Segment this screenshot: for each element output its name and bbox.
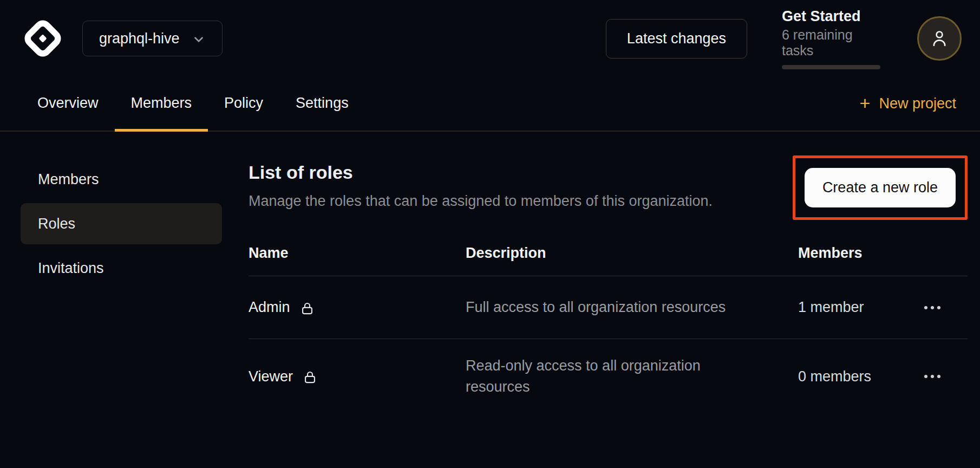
role-members-count: 1 member — [798, 299, 922, 316]
role-name-cell: Viewer — [249, 368, 466, 385]
get-started-title: Get Started — [782, 8, 883, 25]
members-sidebar: Members Roles Invitations — [21, 159, 222, 414]
annotation-highlight-box: Create a new role — [793, 155, 968, 220]
lock-icon — [300, 301, 315, 316]
get-started-widget[interactable]: Get Started 6 remaining tasks — [782, 8, 883, 69]
table-row: Admin Full access to all organization re… — [249, 276, 968, 339]
tab-members[interactable]: Members — [115, 77, 208, 132]
tab-settings[interactable]: Settings — [279, 77, 365, 132]
create-role-button[interactable]: Create a new role — [805, 168, 956, 207]
ellipsis-icon — [924, 375, 927, 378]
sidebar-item-invitations[interactable]: Invitations — [21, 248, 222, 289]
new-project-button[interactable]: + New project — [860, 77, 956, 131]
hive-logo-icon[interactable] — [22, 17, 64, 60]
latest-changes-button[interactable]: Latest changes — [606, 19, 747, 58]
chevron-down-icon — [192, 32, 206, 47]
org-tab-bar: Overview Members Policy Settings + New p… — [0, 77, 980, 132]
tab-overview[interactable]: Overview — [21, 77, 115, 132]
row-menu-button[interactable] — [922, 368, 943, 385]
sidebar-item-roles[interactable]: Roles — [21, 203, 222, 244]
role-members-count: 0 members — [798, 368, 922, 385]
page-subtitle: Manage the roles that can be assigned to… — [249, 193, 713, 210]
ellipsis-icon — [924, 306, 927, 309]
avatar[interactable] — [917, 16, 962, 61]
role-description: Read-only access to all organization res… — [466, 355, 742, 398]
org-selector[interactable]: graphql-hive — [82, 21, 223, 56]
table-row: Viewer Read-only access to all organizat… — [249, 339, 968, 414]
role-description: Full access to all organization resource… — [466, 297, 742, 318]
column-header-name: Name — [249, 245, 466, 262]
tab-policy[interactable]: Policy — [208, 77, 279, 132]
roles-main-panel: List of roles Manage the roles that can … — [249, 159, 968, 414]
row-menu-button[interactable] — [922, 300, 943, 316]
page-title: List of roles — [249, 162, 713, 183]
person-icon — [929, 28, 950, 49]
get-started-remaining-tasks: 6 remaining tasks — [782, 27, 883, 58]
role-name: Admin — [249, 299, 290, 316]
role-name: Viewer — [249, 368, 293, 385]
new-project-label: New project — [879, 95, 956, 112]
get-started-progress-bar — [782, 65, 880, 69]
roles-table: Name Description Members Admin Full acce… — [249, 235, 968, 414]
org-selector-label: graphql-hive — [99, 30, 180, 47]
roles-table-header: Name Description Members — [249, 235, 968, 276]
column-header-members: Members — [798, 245, 922, 262]
column-header-description: Description — [466, 245, 798, 262]
top-bar: graphql-hive Latest changes Get Started … — [0, 0, 980, 77]
plus-icon: + — [860, 94, 871, 112]
role-name-cell: Admin — [249, 299, 466, 316]
lock-icon — [303, 370, 317, 385]
sidebar-item-members[interactable]: Members — [21, 159, 222, 200]
